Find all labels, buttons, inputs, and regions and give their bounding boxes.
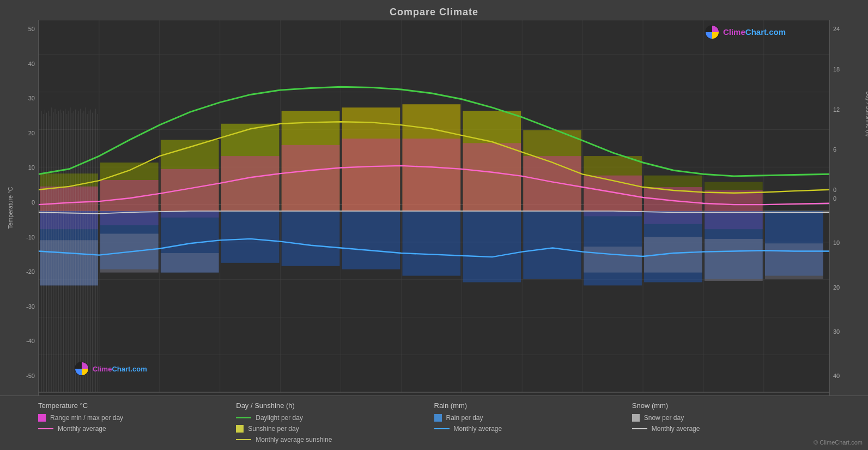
svg-rect-65: [402, 211, 460, 276]
y-axis-left: Temperature °C 50 40 30 20 10 0 -10 -20 …: [5, 20, 38, 395]
svg-rect-44: [221, 156, 280, 211]
legend-temp-range: Range min / max per day: [38, 414, 236, 422]
legend-temp-range-label: Range min / max per day: [50, 414, 123, 422]
brand-text-bottom: ClimeChart.com: [93, 364, 147, 374]
y-tick-40: 40: [28, 61, 35, 67]
legend-snow-title: Snow (mm): [632, 401, 830, 410]
y-tick-rain-10: 10: [833, 239, 840, 246]
y-tick-50: 50: [28, 26, 35, 32]
svg-rect-41: [40, 187, 98, 211]
y-tick-30: 30: [28, 95, 35, 101]
legend-snow-avg: Monthly average: [632, 425, 830, 433]
chart-title: Compare Climate: [0, 0, 868, 20]
legend-rain-box: [434, 414, 442, 422]
brand-logo-top: ClimeChart.com: [705, 25, 786, 40]
legend-sunshine-title: Day / Sunshine (h): [236, 401, 434, 410]
svg-rect-78: [765, 243, 823, 279]
svg-rect-75: [584, 247, 642, 272]
y-axis-right-label-sunshine: Day / Sunshine (h): [865, 92, 868, 137]
svg-rect-63: [282, 211, 340, 266]
brand-icon-bottom: [74, 361, 89, 376]
y-tick-n40: -40: [26, 338, 35, 344]
legend-sunshine: Day / Sunshine (h) Daylight per day Suns…: [236, 401, 434, 443]
y-tick-18: 18: [833, 66, 840, 73]
y-tick-n50: -50: [26, 373, 35, 379]
legend-temp-avg-line: [38, 428, 53, 429]
legend-snow-avg-line: [632, 428, 647, 429]
y-tick-r0: 0: [833, 187, 840, 193]
svg-rect-73: [100, 233, 159, 272]
y-tick-20: 20: [28, 130, 35, 136]
y-tick-rain-0: 0: [833, 195, 840, 202]
svg-rect-64: [342, 211, 400, 269]
chart-area: Temperature °C 50 40 30 20 10 0 -10 -20 …: [0, 20, 868, 395]
legend-temp-avg-label: Monthly average: [58, 425, 106, 433]
brand-icon-top: [705, 25, 720, 40]
legend-sunshine-box: [236, 425, 244, 433]
legend-daylight-label: Daylight per day: [256, 414, 303, 422]
brand-logo-bottom: ClimeChart.com: [74, 361, 147, 376]
legend-temp-range-box: [38, 414, 46, 422]
legend-rain: Rain (mm) Rain per day Monthly average: [434, 401, 632, 443]
legend-rain-per-day: Rain per day: [434, 414, 632, 422]
legend-temp-avg: Monthly average: [38, 425, 236, 433]
legend-snow-avg-label: Monthly average: [652, 425, 700, 433]
legend-rain-title: Rain (mm): [434, 401, 632, 410]
copyright: © ClimeChart.com: [814, 439, 863, 446]
legend-sunshine-avg-line: [236, 439, 251, 440]
y-tick-10: 10: [28, 164, 35, 171]
svg-rect-62: [221, 211, 280, 263]
main-container: Compare Climate Temperature °C 50 40 30 …: [0, 0, 868, 450]
legend-rain-avg: Monthly average: [434, 425, 632, 433]
legend-area: Temperature °C Range min / max per day M…: [0, 395, 868, 450]
legend-daylight: Daylight per day: [236, 414, 434, 422]
svg-rect-66: [463, 211, 521, 282]
legend-temp-title: Temperature °C: [38, 401, 236, 410]
y-tick-6: 6: [833, 146, 840, 153]
svg-rect-48: [463, 143, 521, 211]
legend-snow-per-day: Snow per day: [632, 414, 830, 422]
svg-rect-43: [161, 169, 219, 211]
svg-rect-47: [402, 139, 460, 211]
legend-sunshine-avg: Monthly average sunshine: [236, 436, 434, 443]
y-axis-right: Day / Sunshine (h) Rain / Snow (mm) 24 1…: [830, 20, 863, 395]
legend-rain-label: Rain per day: [446, 414, 483, 422]
legend-sunshine-label: Sunshine per day: [248, 425, 299, 433]
chart-plot: Kristiansand Kristiansand ClimeChart.com: [38, 20, 830, 395]
legend-snow-label: Snow per day: [644, 414, 684, 422]
legend-temperature: Temperature °C Range min / max per day M…: [38, 401, 236, 443]
legend-snow: Snow (mm) Snow per day Monthly average: [632, 401, 830, 443]
svg-rect-72: [40, 240, 98, 285]
svg-rect-74: [161, 253, 219, 273]
y-tick-n20: -20: [26, 268, 35, 275]
y-tick-rain-40: 40: [833, 373, 840, 379]
legend-daylight-line: [236, 417, 251, 418]
legend-rain-avg-label: Monthly average: [454, 425, 502, 433]
y-tick-rain-20: 20: [833, 284, 840, 291]
y-tick-12: 12: [833, 106, 840, 113]
y-axis-left-label: Temperature °C: [7, 187, 14, 229]
legend-sunshine-per-day: Sunshine per day: [236, 425, 434, 433]
legend-sunshine-avg-label: Monthly average sunshine: [256, 436, 332, 443]
y-tick-rain-30: 30: [833, 328, 840, 335]
y-axis-right-bottom: 0 10 20 30 40: [833, 195, 840, 379]
y-tick-n30: -30: [26, 303, 35, 310]
svg-rect-67: [523, 211, 581, 279]
svg-rect-49: [523, 156, 581, 211]
svg-rect-46: [342, 139, 400, 211]
y-tick-24: 24: [833, 26, 840, 32]
svg-rect-45: [282, 145, 340, 211]
svg-rect-77: [705, 239, 763, 281]
y-axis-right-top: 24 18 12 6 0: [833, 26, 840, 195]
brand-text-top: ClimeChart.com: [723, 27, 786, 37]
y-tick-0: 0: [32, 199, 35, 206]
chart-svg: Jan Feb Mar Apr May Jun Jul Aug Sep Oct …: [39, 20, 829, 395]
legend-snow-box: [632, 414, 640, 422]
legend-rain-avg-line: [434, 428, 450, 429]
y-tick-n10: -10: [26, 234, 35, 241]
